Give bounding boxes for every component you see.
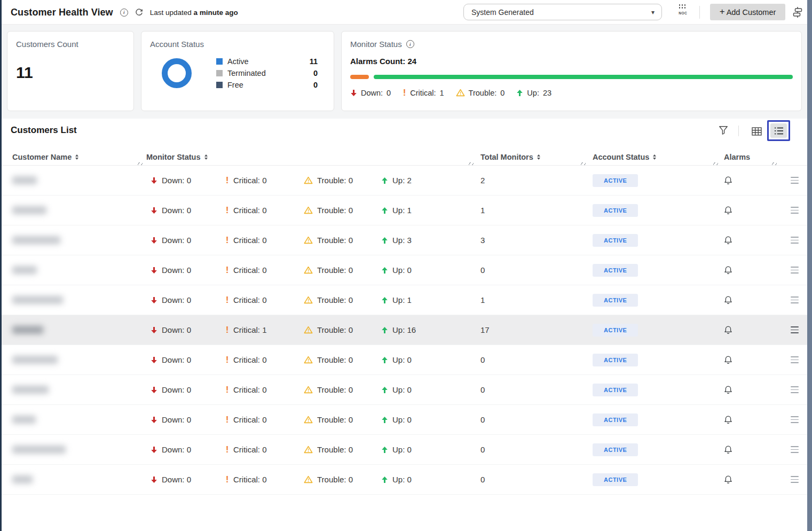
bell-icon[interactable]	[724, 445, 732, 454]
row-stat-up: Up: 2	[375, 176, 475, 185]
add-customer-button[interactable]: + Add Customer	[710, 4, 785, 20]
down-arrow-icon	[151, 296, 157, 304]
row-stat-up: Up: 0	[375, 355, 475, 364]
table-row[interactable]: Down: 0 ! Critical: 1 Trouble: 0 Up: 16 …	[2, 315, 807, 345]
customers-count-title: Customers Count	[16, 40, 125, 49]
customer-name-redacted	[12, 446, 66, 454]
critical-icon: !	[225, 295, 229, 304]
stat-up: Up: 23	[516, 89, 551, 97]
bell-icon[interactable]	[724, 176, 732, 185]
total-monitors-cell: 0	[475, 475, 587, 484]
row-menu-icon[interactable]	[791, 207, 799, 213]
bell-icon[interactable]	[724, 355, 732, 364]
grid-view-button[interactable]	[748, 124, 764, 138]
customer-name-redacted	[12, 386, 49, 394]
view-dropdown[interactable]: System Generated ▾	[463, 4, 662, 20]
row-menu-cell	[778, 326, 807, 333]
list-view-button[interactable]	[770, 123, 787, 138]
trouble-triangle-icon	[304, 326, 313, 334]
row-menu-icon[interactable]	[791, 296, 799, 303]
down-arrow-icon	[151, 476, 157, 483]
row-menu-icon[interactable]	[791, 237, 799, 243]
account-status-cell: ACTIVE	[587, 204, 720, 217]
total-monitors-cell: 0	[475, 445, 587, 454]
plus-icon: +	[720, 6, 725, 17]
row-menu-icon[interactable]	[791, 326, 799, 333]
table-row[interactable]: Down: 0 ! Critical: 0 Trouble: 0 Up: 0 0…	[2, 375, 807, 405]
down-arrow-icon	[151, 267, 157, 274]
legend-item-active: Active 11	[216, 57, 325, 66]
monitor-status-info-icon[interactable]: i	[406, 40, 414, 48]
status-badge: ACTIVE	[593, 294, 638, 307]
row-menu-icon[interactable]	[791, 446, 799, 452]
customer-name-redacted	[12, 266, 37, 274]
column-header-total-monitors[interactable]: Total Monitors	[475, 149, 587, 165]
row-menu-icon[interactable]	[791, 476, 799, 482]
customer-name-cell	[11, 446, 144, 454]
table-row[interactable]: Down: 0 ! Critical: 0 Trouble: 0 Up: 0 0…	[2, 255, 807, 285]
customer-name-redacted	[12, 416, 36, 424]
topbar-divider	[699, 6, 700, 19]
row-menu-icon[interactable]	[791, 267, 799, 273]
monitor-status-cell: Down: 0 ! Critical: 0 Trouble: 0 Up: 0	[144, 255, 475, 285]
monitor-status-card: Monitor Status i Alarms Count: 24 Down: …	[341, 31, 802, 111]
left-panel-edge	[0, 0, 2, 531]
bell-icon[interactable]	[724, 475, 732, 484]
table-row[interactable]: Down: 0 ! Critical: 0 Trouble: 0 Up: 1 1…	[2, 285, 807, 315]
row-stat-up: Up: 0	[375, 445, 475, 454]
status-badge: ACTIVE	[593, 443, 638, 456]
bell-icon[interactable]	[724, 415, 732, 424]
row-stat-critical: ! Critical: 1	[219, 325, 297, 334]
filter-icon[interactable]	[719, 126, 728, 137]
bell-icon[interactable]	[724, 325, 732, 334]
customize-columns-icon[interactable]	[792, 6, 803, 20]
account-status-cell: ACTIVE	[587, 264, 720, 277]
noc-view-button[interactable]: NOC	[679, 4, 687, 15]
bell-icon[interactable]	[724, 385, 732, 394]
info-icon[interactable]: i	[120, 9, 128, 17]
legend-item-free: Free 0	[216, 81, 325, 89]
customer-name-redacted	[12, 296, 63, 304]
up-arrow-icon	[381, 296, 388, 304]
row-menu-icon[interactable]	[791, 416, 799, 423]
column-header-customer-name[interactable]: Customer Name	[11, 149, 144, 165]
down-arrow-icon	[151, 326, 157, 334]
table-row[interactable]: Down: 0 ! Critical: 0 Trouble: 0 Up: 3 3…	[2, 225, 807, 255]
customers-list-title: Customers List	[11, 125, 77, 136]
table-row[interactable]: Down: 0 ! Critical: 0 Trouble: 0 Up: 0 0…	[2, 405, 807, 435]
status-badge: ACTIVE	[593, 174, 638, 187]
alarm-bar-critical	[350, 75, 369, 79]
table-body: Down: 0 ! Critical: 0 Trouble: 0 Up: 2 2…	[2, 165, 807, 495]
row-menu-icon[interactable]	[791, 177, 799, 183]
row-stat-trouble: Trouble: 0	[297, 415, 375, 424]
row-stat-critical: ! Critical: 0	[219, 266, 297, 275]
column-header-alarms: Alarms	[720, 149, 778, 165]
account-status-legend: Active 11 Terminated 0 Free 0	[216, 57, 325, 89]
down-arrow-icon	[151, 416, 157, 424]
column-header-monitor-status[interactable]: Monitor Status	[144, 149, 475, 165]
bell-icon[interactable]	[724, 206, 732, 215]
bell-icon[interactable]	[724, 295, 732, 304]
table-row[interactable]: Down: 0 ! Critical: 0 Trouble: 0 Up: 0 0…	[2, 345, 807, 375]
customer-name-cell	[11, 296, 144, 304]
toolbar-divider	[738, 126, 739, 136]
stat-trouble: Trouble: 0	[456, 89, 505, 97]
row-stat-critical: ! Critical: 0	[219, 475, 297, 484]
row-menu-icon[interactable]	[791, 386, 799, 393]
table-row[interactable]: Down: 0 ! Critical: 0 Trouble: 0 Up: 0 0…	[2, 465, 807, 495]
sort-icon	[537, 154, 540, 160]
table-row[interactable]: Down: 0 ! Critical: 0 Trouble: 0 Up: 2 2…	[2, 166, 807, 196]
column-header-account-status[interactable]: Account Status	[587, 149, 720, 165]
active-swatch	[216, 58, 223, 65]
refresh-icon[interactable]	[135, 9, 143, 17]
alarms-cell	[720, 295, 778, 304]
row-menu-icon[interactable]	[791, 356, 799, 363]
bell-icon[interactable]	[724, 236, 732, 245]
status-badge: ACTIVE	[593, 264, 638, 277]
row-stat-trouble: Trouble: 0	[297, 445, 375, 454]
table-row[interactable]: Down: 0 ! Critical: 0 Trouble: 0 Up: 0 0…	[2, 435, 807, 465]
row-stat-down: Down: 0	[144, 415, 219, 424]
bell-icon[interactable]	[724, 266, 732, 275]
row-menu-cell	[778, 416, 807, 423]
table-row[interactable]: Down: 0 ! Critical: 0 Trouble: 0 Up: 1 1…	[2, 196, 807, 225]
